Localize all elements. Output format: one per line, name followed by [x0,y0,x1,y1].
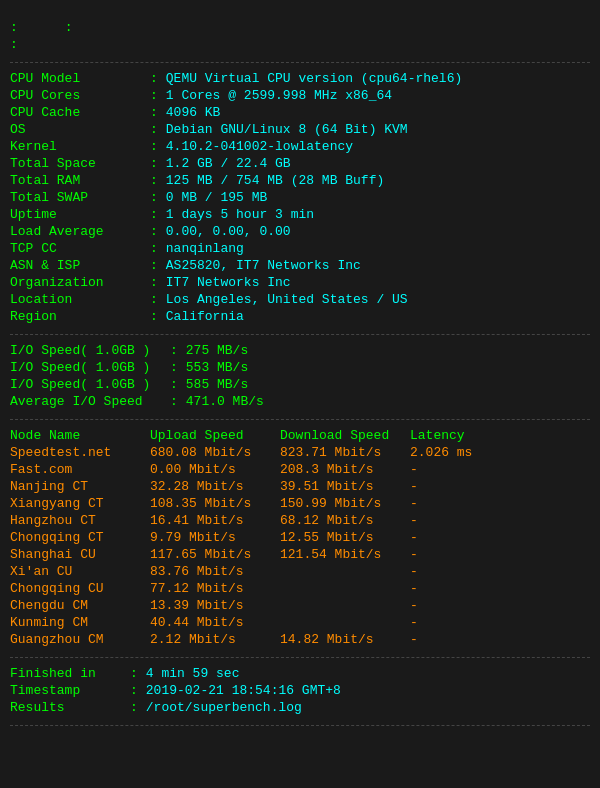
system-row: Uptime: 1 days 5 hour 3 min [10,207,590,222]
speed-upload: 9.79 Mbit/s [150,530,280,545]
system-row: ASN & ISP: AS25820, IT7 Networks Inc [10,258,590,273]
system-label: ASN & ISP [10,258,150,273]
system-row: Organization: IT7 Networks Inc [10,275,590,290]
speed-download: 14.82 Mbit/s [280,632,410,647]
system-value: 0 MB / 195 MB [166,190,267,205]
system-label: Total Space [10,156,150,171]
system-label: Location [10,292,150,307]
system-value: Debian GNU/Linux 8 (64 Bit) KVM [166,122,408,137]
col-download-header: Download Speed [280,428,410,443]
speed-download: 68.12 Mbit/s [280,513,410,528]
system-label: Total SWAP [10,190,150,205]
speed-node: Hangzhou CT [10,513,150,528]
speed-upload: 16.41 Mbit/s [150,513,280,528]
speed-latency: - [410,479,418,494]
speed-data-row: Xiangyang CT108.35 Mbit/s150.99 Mbit/s- [10,496,590,511]
speed-upload: 680.08 Mbit/s [150,445,280,460]
system-row: CPU Model: QEMU Virtual CPU version (cpu… [10,71,590,86]
speed-download [280,615,410,630]
speed-latency: - [410,547,418,562]
speed-header-row: Node NameUpload SpeedDownload SpeedLaten… [10,428,590,443]
speed-node: Kunming CM [10,615,150,630]
mode-line: : : [10,20,590,35]
footer-section: Finished in: 4 min 59 secTimestamp: 2019… [10,658,590,726]
speed-node: Chengdu CM [10,598,150,613]
speed-data-row: Chongqing CU77.12 Mbit/s- [10,581,590,596]
speed-download [280,581,410,596]
speed-data-row: Speedtest.net680.08 Mbit/s823.71 Mbit/s2… [10,445,590,460]
speed-latency: - [410,462,418,477]
speed-data-row: Chengdu CM13.39 Mbit/s- [10,598,590,613]
system-value: 1.2 GB / 22.4 GB [166,156,291,171]
io-value: 553 MB/s [186,360,248,375]
footer-value: /root/superbench.log [146,700,302,715]
speed-section: Node NameUpload SpeedDownload SpeedLaten… [10,420,590,658]
speed-download [280,564,410,579]
speed-download: 208.3 Mbit/s [280,462,410,477]
io-value: 585 MB/s [186,377,248,392]
speed-node: Speedtest.net [10,445,150,460]
speed-download: 150.99 Mbit/s [280,496,410,511]
speed-upload: 13.39 Mbit/s [150,598,280,613]
col-latency-header: Latency [410,428,465,443]
system-label: Load Average [10,224,150,239]
system-value: Los Angeles, United States / US [166,292,408,307]
speed-data-row: Guangzhou CM2.12 Mbit/s14.82 Mbit/s- [10,632,590,647]
system-row: Region: California [10,309,590,324]
system-row: CPU Cores: 1 Cores @ 2599.998 MHz x86_64 [10,88,590,103]
io-label: I/O Speed( 1.0GB ) [10,360,170,375]
speed-latency: - [410,496,418,511]
system-label: Uptime [10,207,150,222]
speed-latency: - [410,530,418,545]
system-label: TCP CC [10,241,150,256]
footer-label: Finished in [10,666,130,681]
io-section: I/O Speed( 1.0GB ): 275 MB/sI/O Speed( 1… [10,335,590,420]
io-value: 471.0 MB/s [186,394,264,409]
speed-data-row: Chongqing CT9.79 Mbit/s12.55 Mbit/s- [10,530,590,545]
speed-node: Nanjing CT [10,479,150,494]
io-label: Average I/O Speed [10,394,170,409]
system-row: Location: Los Angeles, United States / U… [10,292,590,307]
system-label: Kernel [10,139,150,154]
speed-node: Fast.com [10,462,150,477]
footer-value: 2019-02-21 18:54:16 GMT+8 [146,683,341,698]
speed-upload: 2.12 Mbit/s [150,632,280,647]
system-value: 0.00, 0.00, 0.00 [166,224,291,239]
speed-upload: 77.12 Mbit/s [150,581,280,596]
speed-upload: 32.28 Mbit/s [150,479,280,494]
footer-value: 4 min 59 sec [146,666,240,681]
system-value: QEMU Virtual CPU version (cpu64-rhel6) [166,71,462,86]
col-upload-header: Upload Speed [150,428,280,443]
speed-latency: - [410,564,418,579]
system-value: 1 Cores @ 2599.998 MHz x86_64 [166,88,392,103]
system-row: Total RAM: 125 MB / 754 MB (28 MB Buff) [10,173,590,188]
io-row: I/O Speed( 1.0GB ): 585 MB/s [10,377,590,392]
system-row: Total SWAP: 0 MB / 195 MB [10,190,590,205]
system-label: CPU Model [10,71,150,86]
speed-node: Guangzhou CM [10,632,150,647]
speed-node: Xi'an CU [10,564,150,579]
system-label: Region [10,309,150,324]
system-row: OS: Debian GNU/Linux 8 (64 Bit) KVM [10,122,590,137]
speed-node: Xiangyang CT [10,496,150,511]
speed-upload: 117.65 Mbit/s [150,547,280,562]
io-row: I/O Speed( 1.0GB ): 275 MB/s [10,343,590,358]
speed-download: 12.55 Mbit/s [280,530,410,545]
speed-data-row: Nanjing CT32.28 Mbit/s39.51 Mbit/s- [10,479,590,494]
speed-upload: 0.00 Mbit/s [150,462,280,477]
speed-upload: 83.76 Mbit/s [150,564,280,579]
speed-download: 823.71 Mbit/s [280,445,410,460]
system-value: AS25820, IT7 Networks Inc [166,258,361,273]
system-section: CPU Model: QEMU Virtual CPU version (cpu… [10,63,590,335]
footer-label: Results [10,700,130,715]
col-node-header: Node Name [10,428,150,443]
speed-download: 39.51 Mbit/s [280,479,410,494]
system-value: 1 days 5 hour 3 min [166,207,314,222]
footer-row: Finished in: 4 min 59 sec [10,666,590,681]
system-label: Organization [10,275,150,290]
system-label: OS [10,122,150,137]
speed-data-row: Hangzhou CT16.41 Mbit/s68.12 Mbit/s- [10,513,590,528]
speed-latency: - [410,615,418,630]
system-value: 125 MB / 754 MB (28 MB Buff) [166,173,384,188]
usage-line: : [10,37,590,52]
